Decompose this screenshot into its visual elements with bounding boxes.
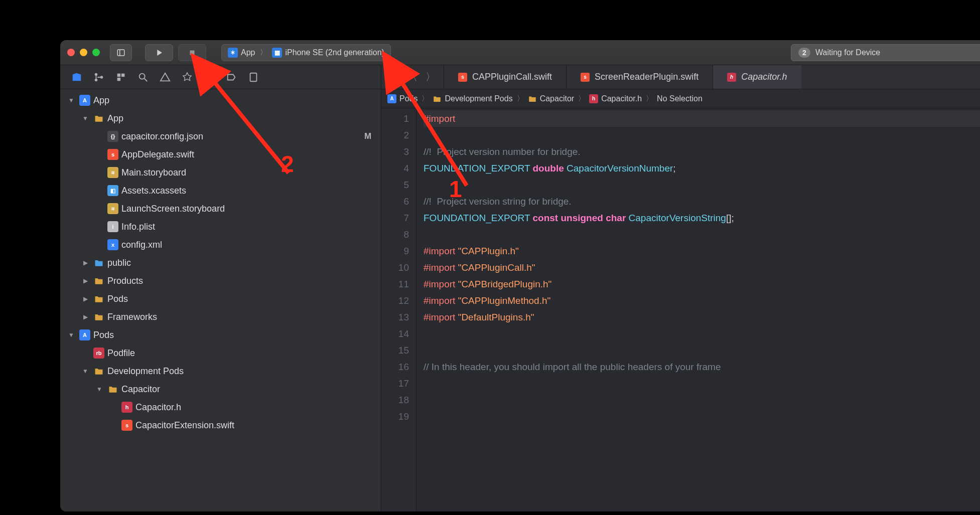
tree-row-label: AppDelegate.swift: [121, 149, 358, 160]
scheme-app-label: App: [241, 48, 255, 57]
tree-row[interactable]: ⌗LaunchScreen.storyboard: [60, 200, 381, 218]
source-control-navigator-tab[interactable]: [92, 71, 105, 84]
tree-row[interactable]: ▼APods: [60, 326, 381, 344]
annotation-2: 2: [281, 150, 294, 178]
tree-row[interactable]: ▶public: [60, 254, 381, 272]
disclosure-arrow-icon[interactable]: ▼: [80, 368, 90, 375]
code-line[interactable]: [424, 375, 980, 392]
folder-icon: [93, 257, 104, 268]
disclosure-arrow-icon[interactable]: ▶: [80, 295, 90, 302]
code-line[interactable]: //! Project version number for bridge.: [424, 143, 980, 160]
svg-rect-7: [117, 73, 120, 76]
jump-bar-segment[interactable]: No Selection: [657, 94, 703, 103]
tree-row-label: Capacitor.h: [135, 402, 358, 413]
code-line[interactable]: [424, 342, 980, 359]
chevron-right-icon: 〉: [644, 94, 655, 103]
ruby-file-icon: rb: [93, 348, 104, 359]
tree-row[interactable]: xconfig.xml: [60, 236, 381, 254]
jump-bar-segment[interactable]: Development Pods: [433, 94, 512, 103]
code-line[interactable]: // In this header, you should import all…: [424, 359, 980, 375]
tree-row[interactable]: ▼Capacitor: [60, 380, 381, 398]
tree-row[interactable]: hCapacitor.h: [60, 398, 381, 416]
code-line[interactable]: #import: [424, 110, 980, 127]
tree-row-label: Capacitor: [121, 384, 358, 395]
code-line[interactable]: #import "CAPBridgedPlugin.h": [424, 276, 980, 292]
tree-row[interactable]: ◧Assets.xcassets: [60, 182, 381, 200]
debug-navigator-tab[interactable]: [203, 71, 216, 84]
related-items-button[interactable]: ▦: [386, 69, 402, 85]
sb-file-icon: ⌗: [107, 167, 118, 178]
disclosure-arrow-icon[interactable]: ▼: [66, 97, 76, 104]
tree-row[interactable]: ▼AApp: [60, 91, 381, 109]
sidebar-toggle-button[interactable]: [110, 44, 132, 61]
folder-icon: [93, 366, 104, 377]
line-number: 8: [381, 226, 409, 243]
tree-row[interactable]: ▼Development Pods: [60, 362, 381, 380]
file-tree[interactable]: ▼AApp▼App{}capacitor.config.jsonMsAppDel…: [60, 89, 381, 511]
disclosure-arrow-icon[interactable]: ▼: [66, 331, 76, 338]
code-line[interactable]: #import "DefaultPlugins.h": [424, 309, 980, 325]
scheme-selector[interactable]: ✶ App 〉 ▦ iPhone SE (2nd generation): [221, 44, 391, 61]
minimize-icon[interactable]: [80, 49, 87, 56]
disclosure-arrow-icon[interactable]: ▼: [94, 386, 104, 393]
disclosure-arrow-icon[interactable]: ▶: [80, 313, 90, 320]
disclosure-arrow-icon[interactable]: ▼: [80, 115, 90, 122]
activity-view[interactable]: 2 Waiting for Device: [791, 44, 980, 61]
code-editor[interactable]: 12345678910111213141516171819 #import //…: [381, 108, 980, 511]
code-line[interactable]: [424, 325, 980, 342]
tree-row[interactable]: sAppDelegate.swift: [60, 145, 381, 163]
symbol-navigator-tab[interactable]: [114, 71, 127, 84]
stop-button[interactable]: [178, 44, 206, 61]
tree-row[interactable]: sCapacitorExtension.swift: [60, 416, 381, 434]
tree-row[interactable]: rbPodfile: [60, 344, 381, 362]
tree-row[interactable]: {}capacitor.config.jsonM: [60, 127, 381, 145]
code-line[interactable]: FOUNDATION_EXPORT const unsigned char Ca…: [424, 210, 980, 226]
traffic-lights: [67, 49, 100, 56]
issue-navigator-tab[interactable]: [159, 71, 172, 84]
tree-row[interactable]: ▶Frameworks: [60, 308, 381, 326]
folder-icon: [93, 311, 104, 322]
editor-tab[interactable]: hCapacitor.h: [713, 65, 801, 89]
sb-file-icon: ⌗: [107, 203, 118, 214]
tree-row[interactable]: ▼App: [60, 109, 381, 127]
code-line[interactable]: #import "CAPPluginMethod.h": [424, 292, 980, 309]
disclosure-arrow-icon[interactable]: ▶: [80, 259, 90, 266]
code-line[interactable]: //! Project version string for bridge.: [424, 193, 980, 210]
find-navigator-tab[interactable]: [136, 71, 150, 84]
svg-marker-12: [161, 73, 170, 81]
tree-row[interactable]: ▶Pods: [60, 290, 381, 308]
code-line[interactable]: [424, 127, 980, 143]
jump-bar-label: No Selection: [657, 94, 703, 103]
code-line[interactable]: [424, 226, 980, 243]
line-number: 10: [381, 259, 409, 276]
tree-row[interactable]: ⌗Main.storyboard: [60, 163, 381, 182]
project-file-icon: A: [79, 95, 90, 106]
code-line[interactable]: FOUNDATION_EXPORT double CapacitorVersio…: [424, 160, 980, 177]
go-back-button[interactable]: 〈: [404, 69, 421, 85]
close-icon[interactable]: [67, 49, 75, 56]
project-navigator-tab[interactable]: [70, 71, 83, 84]
code-line[interactable]: #import "CAPPluginCall.h": [424, 259, 980, 276]
tree-row[interactable]: ▶Products: [60, 272, 381, 290]
code-line[interactable]: #import "CAPPlugin.h": [424, 243, 980, 259]
go-forward-button[interactable]: 〉: [423, 69, 439, 85]
editor-tab[interactable]: sScreenReaderPlugin.swift: [566, 65, 713, 89]
tree-row[interactable]: iInfo.plist: [60, 218, 381, 236]
code-line[interactable]: [424, 408, 980, 425]
editor-tab[interactable]: sCAPPluginCall.swift: [444, 65, 566, 89]
editor-tab-label: ScreenReaderPlugin.swift: [595, 72, 698, 82]
zoom-icon[interactable]: [92, 49, 100, 56]
project-file-icon: A: [79, 329, 90, 340]
disclosure-arrow-icon[interactable]: ▶: [80, 277, 90, 284]
run-button[interactable]: [145, 44, 173, 61]
report-navigator-tab[interactable]: [247, 71, 260, 84]
code-line[interactable]: [424, 392, 980, 408]
jump-bar-segment[interactable]: Capacitor: [528, 94, 574, 103]
test-navigator-tab[interactable]: [181, 71, 194, 84]
jump-bar-segment[interactable]: APods: [387, 94, 417, 103]
code-content[interactable]: #import //! Project version number for b…: [416, 108, 980, 511]
breakpoint-navigator-tab[interactable]: [225, 71, 238, 84]
jump-bar[interactable]: APods〉Development Pods〉Capacitor〉hCapaci…: [381, 89, 980, 108]
code-line[interactable]: [424, 177, 980, 193]
jump-bar-segment[interactable]: hCapacitor.h: [589, 94, 642, 103]
